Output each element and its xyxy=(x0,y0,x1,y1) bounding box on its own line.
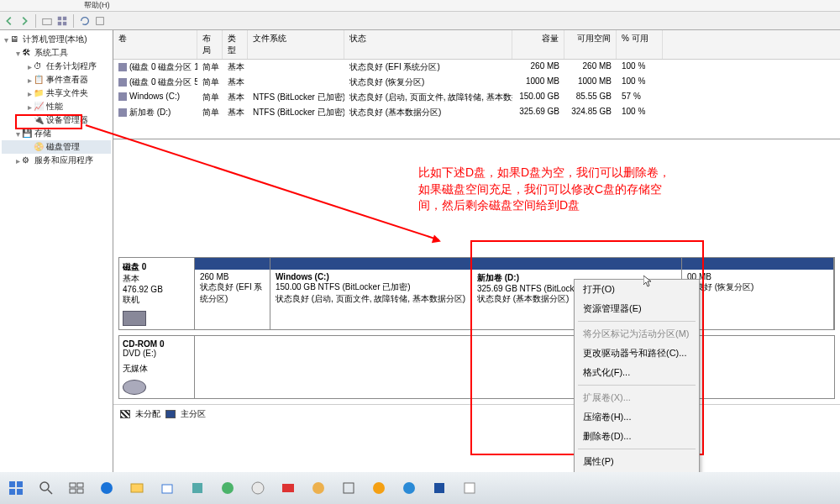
annotation-highlight-tree xyxy=(15,114,82,129)
ctx-explorer[interactable]: 资源管理器(E) xyxy=(575,299,699,318)
taskbar-app-store[interactable] xyxy=(156,477,178,499)
tree-task-scheduler[interactable]: ▸⏱ 任务计划程序 xyxy=(2,60,111,73)
event-icon: 📋 xyxy=(34,75,44,85)
volume-icon xyxy=(118,78,127,87)
volume-row[interactable]: (磁盘 0 磁盘分区 1) 简单 基本 状态良好 (EFI 系统分区) 260 … xyxy=(113,60,840,75)
back-icon[interactable] xyxy=(3,15,15,27)
col-filesystem[interactable]: 文件系统 xyxy=(248,30,344,59)
volume-list[interactable]: 卷 布局 类型 文件系统 状态 容量 可用空间 % 可用 (磁盘 0 磁盘分区 … xyxy=(113,30,840,139)
forward-icon[interactable] xyxy=(18,15,30,27)
volume-icon xyxy=(118,92,127,101)
menu-help[interactable]: 帮助(H) xyxy=(84,1,110,9)
ctx-extend[interactable]: 扩展卷(X)... xyxy=(575,388,699,407)
tree-label: 存储 xyxy=(34,128,51,139)
cdrom-name: CD-ROM 0 xyxy=(123,339,191,349)
svg-rect-13 xyxy=(77,483,83,487)
taskbar-app-misc1[interactable] xyxy=(186,477,208,499)
col-percent[interactable]: % 可用 xyxy=(617,30,663,59)
taskbar-app-photos[interactable] xyxy=(307,477,329,499)
svg-rect-19 xyxy=(192,483,202,493)
disk-type: 基本 xyxy=(123,273,191,285)
volume-row[interactable]: Windows (C:) 简单 基本 NTFS (BitLocker 已加密) … xyxy=(113,90,840,105)
start-button[interactable] xyxy=(5,477,27,499)
view-icon[interactable] xyxy=(56,15,68,27)
taskbar-app-edge[interactable] xyxy=(96,477,118,499)
tree-shared-folders[interactable]: ▸📁 共享文件夹 xyxy=(2,87,111,100)
partition-efi[interactable]: 260 MB 状态良好 (EFI 系统分区) xyxy=(195,258,270,329)
tree-label: 系统工具 xyxy=(34,47,68,59)
cdrom-icon xyxy=(123,380,146,395)
taskbar-app-chat[interactable] xyxy=(217,477,239,499)
menu-bar[interactable]: 帮助(H) xyxy=(0,0,840,12)
legend-unalloc-label: 未分配 xyxy=(135,408,160,420)
taskbar-app-misc4[interactable] xyxy=(459,477,480,499)
tools-icon: 🛠 xyxy=(22,48,32,58)
col-capacity[interactable]: 容量 xyxy=(512,30,564,59)
svg-rect-3 xyxy=(58,21,61,24)
ctx-delete[interactable]: 删除卷(D)... xyxy=(575,427,699,446)
disk-0-label[interactable]: 磁盘 0 基本 476.92 GB 联机 xyxy=(119,258,195,329)
taskbar-app-browser[interactable] xyxy=(247,477,269,499)
tree-pane[interactable]: ▾🖥 计算机管理(本地) ▾🛠 系统工具 ▸⏱ 任务计划程序 ▸📋 事件查看器 … xyxy=(0,30,113,472)
cursor-icon xyxy=(643,276,652,287)
disk-name: 磁盘 0 xyxy=(123,261,191,273)
task-view-button[interactable] xyxy=(66,477,87,499)
taskbar-app-wps[interactable] xyxy=(277,477,299,499)
svg-rect-27 xyxy=(434,483,444,493)
folder-icon: 📁 xyxy=(34,88,44,98)
tree-performance[interactable]: ▸📈 性能 xyxy=(2,100,111,113)
up-icon[interactable] xyxy=(41,15,53,27)
search-button[interactable] xyxy=(35,477,57,499)
settings-icon[interactable] xyxy=(94,15,106,27)
ctx-separator xyxy=(578,385,696,386)
col-free[interactable]: 可用空间 xyxy=(564,30,617,59)
col-status[interactable]: 状态 xyxy=(344,30,512,59)
col-name[interactable]: 卷 xyxy=(113,30,197,59)
ctx-shrink[interactable]: 压缩卷(H)... xyxy=(575,407,699,427)
ctx-change-letter[interactable]: 更改驱动器号和路径(C)... xyxy=(575,344,699,363)
tree-label: 性能 xyxy=(46,101,63,113)
tree-label: 事件查看器 xyxy=(46,74,88,86)
ctx-mark-active[interactable]: 将分区标记为活动分区(M) xyxy=(575,324,699,344)
partition-recovery[interactable]: 00 MB 态良好 (恢复分区) xyxy=(682,258,834,329)
tree-system-tools[interactable]: ▾🛠 系统工具 xyxy=(2,46,111,60)
ctx-open[interactable]: 打开(O) xyxy=(575,280,699,299)
taskbar-app-vbox[interactable] xyxy=(428,477,450,499)
svg-rect-7 xyxy=(17,481,23,487)
col-type[interactable]: 类型 xyxy=(223,30,248,59)
volume-icon xyxy=(118,63,127,71)
svg-rect-15 xyxy=(77,489,83,493)
taskbar[interactable] xyxy=(0,472,840,504)
col-layout[interactable]: 布局 xyxy=(197,30,223,59)
ctx-properties[interactable]: 属性(P) xyxy=(575,452,699,471)
partition-c[interactable]: Windows (C:) 150.00 GB NTFS (BitLocker 已… xyxy=(270,258,472,329)
taskbar-app-mgmt[interactable] xyxy=(338,477,360,499)
tree-root-item[interactable]: ▾🖥 计算机管理(本地) xyxy=(2,33,111,46)
tree-label: 磁盘管理 xyxy=(46,141,80,153)
svg-rect-4 xyxy=(63,21,66,24)
cdrom-label[interactable]: CD-ROM 0 DVD (E:) 无媒体 xyxy=(119,336,195,398)
tree-event-viewer[interactable]: ▸📋 事件查看器 xyxy=(2,73,111,87)
taskbar-app-explorer[interactable] xyxy=(126,477,148,499)
taskbar-app-misc2[interactable] xyxy=(368,477,390,499)
svg-rect-17 xyxy=(131,484,143,492)
storage-icon: 💾 xyxy=(22,129,32,139)
refresh-icon[interactable] xyxy=(79,15,91,27)
tree-services-apps[interactable]: ▸⚙ 服务和应用程序 xyxy=(2,154,111,167)
ctx-separator xyxy=(578,449,696,449)
annotation-text: 比如下述D盘，如果D盘为空，我们可以删除卷，如果磁盘空间充足，我们可以修改C盘的… xyxy=(418,165,679,214)
taskbar-app-misc3[interactable] xyxy=(398,477,420,499)
tree-label: 任务计划程序 xyxy=(46,60,97,72)
svg-rect-28 xyxy=(465,483,475,493)
ctx-format[interactable]: 格式化(F)... xyxy=(575,363,699,382)
tree-disk-management[interactable]: 📀 磁盘管理 xyxy=(2,140,111,154)
svg-rect-22 xyxy=(282,484,294,492)
svg-rect-5 xyxy=(97,17,104,24)
volume-row[interactable]: 新加卷 (D:) 简单 基本 NTFS (BitLocker 已加密) 状态良好… xyxy=(113,105,840,120)
volume-row[interactable]: (磁盘 0 磁盘分区 5) 简单 基本 状态良好 (恢复分区) 1000 MB … xyxy=(113,75,840,90)
svg-rect-0 xyxy=(43,18,52,24)
disk-icon xyxy=(123,311,146,326)
app-window: 帮助(H) ▾🖥 计算机管理(本地) ▾🛠 系统工具 ▸⏱ xyxy=(0,0,840,472)
volume-list-header[interactable]: 卷 布局 类型 文件系统 状态 容量 可用空间 % 可用 xyxy=(113,30,840,60)
toolbar xyxy=(0,12,840,30)
